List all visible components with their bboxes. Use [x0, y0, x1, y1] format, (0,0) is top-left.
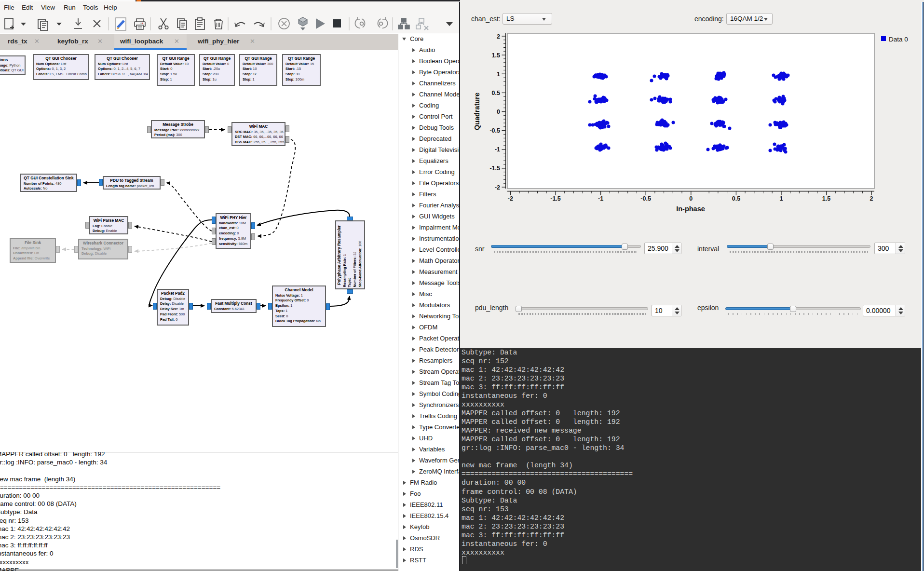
svg-text:Data 0: Data 0	[889, 36, 908, 43]
svg-text:0: 0	[689, 195, 693, 202]
svg-text:-2: -2	[508, 195, 513, 202]
svg-text:-1: -1	[598, 195, 603, 202]
svg-text:0.5: 0.5	[732, 195, 740, 202]
svg-text:-1: -1	[495, 146, 500, 153]
svg-text:1.5: 1.5	[492, 52, 500, 59]
svg-text:-2: -2	[495, 184, 500, 191]
svg-text:0.5: 0.5	[492, 90, 500, 96]
svg-text:2: 2	[870, 195, 873, 202]
svg-text:2: 2	[497, 33, 500, 40]
svg-text:1.5: 1.5	[822, 195, 830, 202]
svg-text:In-phase: In-phase	[676, 205, 705, 213]
svg-text:1: 1	[780, 195, 783, 202]
svg-text:-0.5: -0.5	[640, 195, 651, 202]
svg-text:Quadrature: Quadrature	[473, 93, 481, 130]
svg-text:-1.5: -1.5	[550, 195, 561, 202]
svg-text:-0.5: -0.5	[489, 127, 500, 134]
svg-text:1: 1	[497, 71, 500, 78]
svg-text:-1.5: -1.5	[489, 165, 500, 172]
svg-text:0: 0	[497, 109, 500, 115]
